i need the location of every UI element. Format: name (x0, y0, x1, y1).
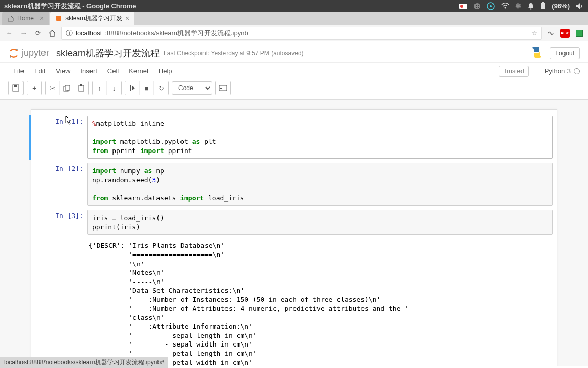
svg-rect-12 (542, 2, 544, 3)
cell-output: {'DESCR': 'Iris Plants Database\n' '====… (87, 239, 553, 366)
checkpoint-info: Last Checkpoint: Yesterday at 9:57 PM (a… (164, 50, 304, 57)
stop-button[interactable]: ■ (140, 81, 154, 95)
svg-point-9 (505, 7, 506, 9)
window-title: sklearn机器学习开发流程 - Google Chrome (4, 2, 137, 11)
menu-bar: File Edit View Insert Cell Kernel Help T… (0, 62, 588, 79)
svg-rect-13 (56, 16, 61, 21)
browser-url-bar: ← → ⟳ ⓘ localhost:8888/notebooks/sklearn… (0, 25, 588, 41)
svg-rect-6 (478, 7, 479, 8)
move-down-button[interactable]: ↓ (107, 81, 121, 95)
url-path: :8888/notebooks/sklearn机器学习开发流程.ipynb (105, 29, 248, 38)
restart-button[interactable]: ↻ (154, 81, 168, 95)
logout-button[interactable]: Logout (550, 47, 580, 59)
browser-tab-notebook[interactable]: sklearn机器学习开发 × (50, 12, 134, 25)
toolbar: + ✂ ↑ ↓ ■ ↻ Code (0, 79, 588, 100)
cell-prompt: In [1]: (31, 116, 87, 159)
code-input[interactable]: import numpy as np np.random.seed(3) fro… (87, 163, 553, 206)
record-icon[interactable] (459, 3, 467, 9)
run-button[interactable] (125, 81, 140, 95)
notebook-favicon (55, 15, 62, 22)
url-host: localhost (76, 29, 102, 37)
compass-icon[interactable] (487, 2, 495, 10)
kernel-status-icon (574, 68, 580, 74)
command-palette-button[interactable] (216, 81, 230, 95)
tab-label: sklearn机器学习开发 (65, 14, 122, 23)
svg-rect-3 (476, 5, 477, 6)
move-up-button[interactable]: ↑ (93, 81, 107, 95)
svg-rect-17 (14, 85, 17, 87)
home-button[interactable] (47, 28, 57, 38)
notebook-header: jupyter sklearn机器学习开发流程 Last Checkpoint:… (0, 41, 588, 62)
battery-icon[interactable] (540, 2, 546, 10)
reload-button[interactable]: ⟳ (33, 28, 43, 38)
svg-rect-11 (541, 3, 545, 9)
nav-forward-button[interactable]: → (18, 28, 29, 38)
svg-rect-21 (80, 84, 82, 86)
tab-label: Home (17, 15, 34, 22)
add-cell-button[interactable]: + (27, 81, 41, 95)
close-icon[interactable]: × (125, 14, 129, 23)
system-tray: ✱ (96%) (459, 2, 584, 10)
jupyter-wordmark: jupyter (21, 48, 49, 58)
menu-view[interactable]: View (51, 65, 75, 77)
svg-rect-10 (530, 9, 532, 10)
code-cell[interactable]: In [3]: iris = load_iris() pprint(iris) (31, 209, 557, 236)
notebook-title[interactable]: sklearn机器学习开发流程 (56, 47, 160, 59)
volume-icon[interactable] (576, 3, 584, 10)
os-title-bar: sklearn机器学习开发流程 - Google Chrome ✱ (96%) (0, 0, 588, 12)
code-input[interactable]: iris = load_iris() pprint(iris) (87, 210, 553, 235)
nav-back-button[interactable]: ← (4, 28, 14, 38)
cell-prompt: In [3]: (31, 210, 87, 235)
grid-icon[interactable] (473, 3, 481, 10)
svg-point-14 (16, 49, 18, 50)
svg-point-15 (10, 56, 11, 57)
kernel-name[interactable]: Python 3 (538, 67, 571, 75)
adblock-icon[interactable]: ABP (560, 29, 570, 38)
python-logo-icon (530, 46, 544, 60)
cell-type-select[interactable]: Code (172, 81, 212, 95)
svg-point-2 (474, 3, 480, 9)
browser-tab-strip: Home × sklearn机器学习开发 × (0, 12, 588, 25)
svg-rect-19 (65, 85, 70, 90)
wifi-icon[interactable] (501, 3, 509, 9)
trusted-badge[interactable]: Trusted (499, 66, 528, 77)
svg-rect-22 (130, 85, 131, 91)
extension-icon[interactable] (546, 29, 555, 38)
save-button[interactable] (9, 81, 23, 95)
url-input[interactable]: ⓘ localhost:8888/notebooks/sklearn机器学习开发… (61, 27, 542, 40)
svg-rect-5 (476, 7, 477, 8)
svg-rect-24 (220, 88, 222, 89)
menu-help[interactable]: Help (153, 65, 177, 77)
svg-point-1 (460, 5, 463, 8)
code-input[interactable]: %matplotlib inline import matplotlib.pyp… (87, 116, 553, 159)
notebook-body: In [1]: %matplotlib inline import matplo… (0, 100, 588, 366)
menu-edit[interactable]: Edit (29, 65, 51, 77)
status-bar: localhost:8888/notebooks/sklearn机器学习开发流程… (0, 357, 168, 368)
home-icon (7, 15, 14, 22)
copy-button[interactable] (60, 81, 74, 95)
bluetooth-icon[interactable]: ✱ (515, 2, 521, 10)
output-cell: {'DESCR': 'Iris Plants Database\n' '====… (31, 238, 557, 366)
jupyter-logo[interactable]: jupyter (8, 48, 49, 59)
code-cell[interactable]: In [2]: import numpy as np np.random.see… (31, 162, 557, 207)
output-prompt (31, 239, 87, 366)
svg-rect-20 (79, 85, 84, 91)
cell-prompt: In [2]: (31, 163, 87, 206)
menu-kernel[interactable]: Kernel (124, 65, 153, 77)
notifications-icon[interactable] (527, 2, 534, 10)
menu-cell[interactable]: Cell (102, 65, 124, 77)
close-icon[interactable]: × (40, 14, 44, 23)
star-icon[interactable]: ☆ (531, 29, 537, 37)
info-icon[interactable]: ⓘ (66, 29, 73, 38)
code-cell[interactable]: In [1]: %matplotlib inline import matplo… (29, 115, 557, 160)
svg-rect-4 (478, 5, 479, 6)
paste-button[interactable] (74, 81, 88, 95)
menu-file[interactable]: File (8, 65, 29, 77)
svg-point-8 (490, 5, 492, 7)
menu-insert[interactable]: Insert (75, 65, 102, 77)
notebook-container: In [1]: %matplotlib inline import matplo… (31, 109, 557, 366)
cut-button[interactable]: ✂ (46, 81, 60, 95)
extension-icon-2[interactable] (575, 29, 584, 38)
browser-tab-home[interactable]: Home × (2, 12, 49, 25)
battery-percent: (96%) (552, 2, 570, 10)
